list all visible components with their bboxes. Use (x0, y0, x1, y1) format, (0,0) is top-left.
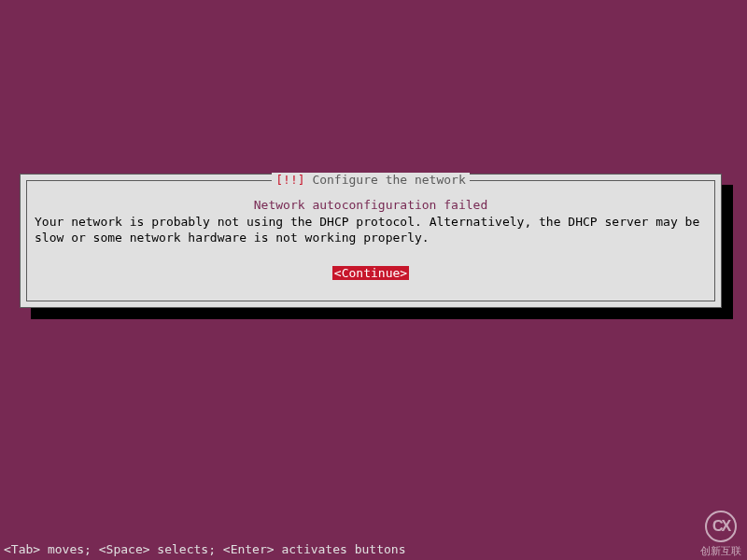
dialog-title-mark: [!!] (275, 173, 304, 187)
dialog-body-text: Your network is probably not using the D… (35, 214, 707, 245)
continue-button[interactable]: <Continue> (332, 266, 409, 280)
hint-bar: <Tab> moves; <Space> selects; <Enter> ac… (4, 542, 405, 556)
dialog-subtitle: Network autoconfiguration failed (35, 198, 707, 212)
continue-row: <Continue> (35, 266, 707, 280)
dialog-outer-frame: [!!] Configure the network Network autoc… (20, 174, 722, 308)
watermark-icon: CX (705, 511, 737, 542)
dialog-title-row: [!!] Configure the network (27, 173, 714, 188)
dialog-inner-frame: [!!] Configure the network Network autoc… (26, 180, 715, 301)
watermark-label: 创新互联 (700, 544, 741, 558)
watermark: CX 创新互联 (700, 511, 741, 558)
dialog-title-text: Configure the network (312, 173, 465, 187)
